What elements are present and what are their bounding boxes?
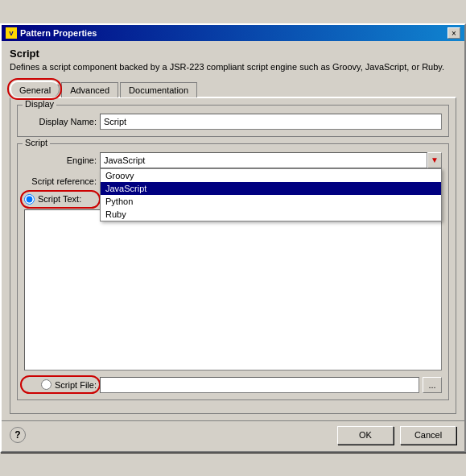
engine-input[interactable]: [100, 152, 427, 168]
engine-dropdown-wrapper: ▼ Groovy JavaScript Python Ruby: [100, 152, 442, 168]
browse-icon: ...: [428, 380, 435, 390]
script-ref-label: Script reference:: [24, 176, 97, 186]
tab-panel: Display Display Name: Script Engine: ▼: [10, 97, 456, 414]
script-fieldset: Script Engine: ▼ Groovy JavaScript Pyth: [17, 143, 449, 400]
ok-button[interactable]: OK: [337, 426, 394, 445]
dropdown-arrow-icon: ▼: [431, 155, 439, 164]
script-text-radio[interactable]: [24, 194, 35, 205]
section-title: Script: [10, 48, 456, 60]
script-file-label-wrapper: Script File:: [24, 379, 97, 390]
script-file-radio[interactable]: [41, 379, 52, 390]
tabs-row: General Advanced Documentation: [10, 81, 456, 97]
dialog-title: Pattern Properties: [20, 28, 97, 38]
dialog-content: Script Defines a script component backed…: [2, 41, 464, 420]
dropdown-option-javascript[interactable]: JavaScript: [101, 182, 441, 195]
dialog-footer: ? OK Cancel: [2, 420, 464, 451]
tab-advanced[interactable]: Advanced: [61, 82, 118, 97]
engine-dropdown-popup: Groovy JavaScript Python Ruby: [100, 168, 442, 221]
dialog-icon: V: [6, 27, 17, 39]
script-textarea[interactable]: [24, 209, 442, 370]
dropdown-option-groovy[interactable]: Groovy: [101, 169, 441, 182]
script-legend: Script: [23, 138, 50, 147]
tab-documentation[interactable]: Documentation: [120, 82, 197, 97]
display-name-input[interactable]: [100, 114, 442, 130]
close-button[interactable]: ×: [447, 27, 460, 39]
title-bar-left: V Pattern Properties: [6, 27, 97, 39]
display-name-label: Display Name:: [24, 117, 97, 126]
dropdown-option-python[interactable]: Python: [101, 195, 441, 208]
engine-row: Engine: ▼ Groovy JavaScript Python Ruby: [24, 152, 442, 168]
engine-label: Engine:: [24, 155, 97, 165]
dropdown-option-ruby[interactable]: Ruby: [101, 208, 441, 221]
script-text-label: Script Text:: [38, 194, 81, 204]
cancel-button[interactable]: Cancel: [400, 426, 456, 445]
display-legend: Display: [23, 99, 56, 109]
title-bar: V Pattern Properties ×: [2, 25, 464, 41]
engine-dropdown-button[interactable]: ▼: [427, 152, 442, 168]
tab-general[interactable]: General: [10, 81, 60, 97]
script-file-input[interactable]: [100, 377, 419, 393]
footer-buttons: OK Cancel: [337, 426, 456, 445]
display-fieldset: Display Display Name:: [17, 105, 449, 137]
browse-button[interactable]: ...: [423, 377, 442, 393]
display-name-row: Display Name:: [24, 114, 442, 130]
section-desc: Defines a script component backed by a J…: [10, 61, 456, 73]
pattern-properties-dialog: V Pattern Properties × Script Defines a …: [0, 23, 466, 452]
script-file-row: Script File: ...: [24, 377, 442, 393]
script-textarea-wrapper: [24, 206, 442, 372]
script-file-label: Script File:: [55, 380, 97, 390]
script-text-label-wrapper: Script Text:: [24, 194, 97, 205]
help-button[interactable]: ?: [10, 427, 26, 443]
